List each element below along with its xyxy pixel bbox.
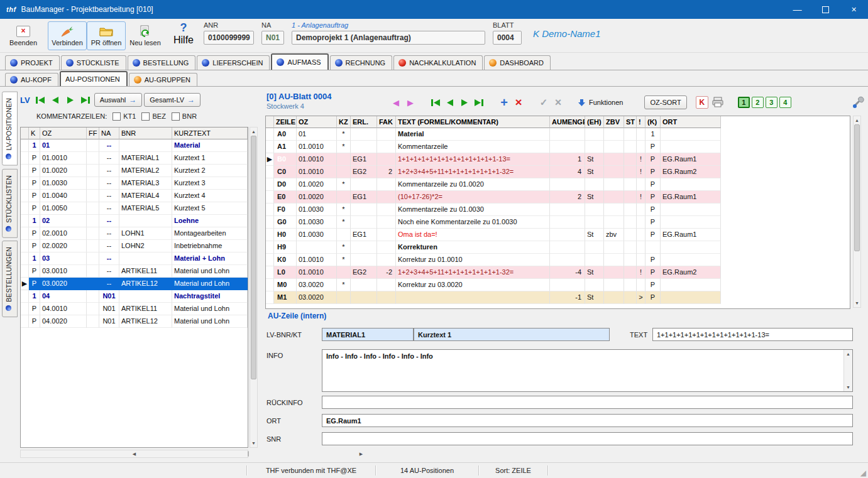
lv-table-row[interactable]: 104N01Nachtragstitel: [21, 290, 248, 303]
blatt-forward-button[interactable]: ▶: [405, 95, 416, 109]
au-table-row[interactable]: ▶B001.0010EG11+1+1+1+1+1+1+1+1+1+1+1+1-1…: [266, 153, 721, 166]
rueckinfo-field[interactable]: [322, 396, 853, 409]
au-table-row[interactable]: M103.0020-1St>P: [266, 291, 721, 304]
checkbox-bez[interactable]: BEZ: [141, 112, 165, 121]
oz-sort-button[interactable]: OZ-SORT: [644, 95, 686, 109]
scroll-thumb[interactable]: [248, 451, 249, 457]
na-field[interactable]: N01: [261, 31, 284, 45]
delete-row-button[interactable]: ×: [513, 95, 524, 109]
lv-table-row[interactable]: 103--Material + Lohn: [21, 253, 248, 265]
lv-table-row[interactable]: P02.0010--LOHN1Montagearbeiten: [21, 227, 248, 240]
page-button-2[interactable]: 2: [752, 97, 764, 108]
page-button-3[interactable]: 3: [766, 97, 777, 108]
au-table-row[interactable]: K001.0010*Korrektur zu 01.0010P: [266, 254, 721, 266]
tab-rechnung[interactable]: RECHNUNG: [330, 55, 393, 70]
tab-dashboard[interactable]: DASHBOARD: [484, 55, 551, 70]
lv-table-row[interactable]: P01.0050--MATERIAL5Kurztext 5: [21, 202, 248, 215]
tab-au-gruppen[interactable]: AU-GRUPPEN: [129, 73, 197, 86]
ort-field[interactable]: EG.Raum1: [322, 414, 853, 427]
page-button-4[interactable]: 4: [779, 97, 791, 108]
tab-bestellung[interactable]: BESTELLUNG: [128, 55, 196, 70]
projekt-field[interactable]: Demoprojekt 1 (Anlagenauftrag): [292, 31, 485, 45]
print-button[interactable]: [711, 95, 724, 109]
tab-projekt[interactable]: PROJEKT: [5, 55, 60, 70]
close-button[interactable]: ×: [840, 0, 868, 19]
lv-cell: P: [29, 315, 40, 328]
hilfe-button[interactable]: ? Hilfe: [173, 21, 194, 46]
au-vertical-scrollbar[interactable]: ▲ ▼: [853, 116, 861, 308]
neu-lesen-button[interactable]: Neu lesen: [126, 21, 165, 50]
au-table-row[interactable]: M003.0020*Korrektur zu 03.0020P: [266, 279, 721, 291]
funktionen-button[interactable]: Funktionen: [578, 95, 623, 109]
tab-aufmass[interactable]: AUFMASS: [271, 53, 328, 70]
lv-table-row[interactable]: P01.0040--MATERIAL4Kurztext 4: [21, 190, 248, 202]
side-tab-bestellungen[interactable]: BESTELLUNGEN: [2, 241, 18, 317]
lv-table-row[interactable]: ▶P03.0020--ARTIKEL12Material und Lohn: [21, 278, 248, 290]
lv-nav-next-button[interactable]: [64, 94, 77, 106]
checkbox-kt1[interactable]: KT1: [113, 112, 136, 121]
gesamt-lv-button[interactable]: Gesamt-LV→: [144, 93, 201, 107]
minimize-button[interactable]: —: [783, 0, 811, 19]
scroll-thumb[interactable]: [854, 124, 860, 251]
lv-table-row[interactable]: 102--Loehne: [21, 215, 248, 227]
row-prev-button[interactable]: [444, 95, 456, 109]
lv-bnr-field[interactable]: MATERIAL1: [322, 328, 414, 341]
au-table-row[interactable]: D001.0020*Kommentarzeile zu 01.0020P: [266, 178, 721, 191]
row-first-button[interactable]: [430, 95, 441, 109]
lv-table-row[interactable]: P01.0020--MATERIAL2Kurztext 2: [21, 165, 248, 177]
au-table-row[interactable]: E001.0020EG1(10+17-26)*2=2St!PEG.Raum1: [266, 191, 721, 204]
pr-oeffnen-button[interactable]: PR öffnen: [87, 21, 126, 50]
verbinden-button[interactable]: Verbinden: [48, 21, 87, 50]
row-last-button[interactable]: [473, 95, 485, 109]
checkbox-bnr[interactable]: BNR: [172, 112, 197, 121]
snr-field[interactable]: [322, 432, 853, 445]
tab-st-ckliste[interactable]: STÜCKLISTE: [61, 55, 126, 70]
lv-nav-prev-button[interactable]: [49, 94, 62, 106]
scroll-thumb[interactable]: [251, 136, 256, 379]
info-field[interactable]: Info - Info - Info - Info - Info - Info …: [322, 349, 853, 392]
lv-nav-first-button[interactable]: [34, 94, 47, 106]
au-table-row[interactable]: H9*Korrekturen: [266, 241, 721, 254]
discard-button[interactable]: ×: [552, 95, 564, 109]
resize-grip[interactable]: ◢: [860, 469, 866, 477]
lv-table-row[interactable]: P02.0020--LOHN2Inbetriebnahme: [21, 240, 248, 253]
lv-table-row[interactable]: P01.0030--MATERIAL3Kurztext 3: [21, 177, 248, 190]
add-row-button[interactable]: +: [498, 95, 510, 109]
kalkulation-button[interactable]: K: [696, 96, 708, 109]
au-table-row[interactable]: A101.0010*KommentarzeileP: [266, 141, 721, 153]
au-table-row[interactable]: F001.0030*Kommentarzeile zu 01.0030P: [266, 204, 721, 216]
lv-nav-last-button[interactable]: [79, 94, 92, 106]
row-next-button[interactable]: [459, 95, 470, 109]
info-scrollbar[interactable]: ▲ ▼: [843, 350, 852, 391]
anr-field[interactable]: 0100099999: [204, 31, 254, 45]
beenden-button[interactable]: × Beenden: [4, 21, 43, 50]
maximize-button[interactable]: [811, 0, 840, 19]
lv-table-row[interactable]: 101--Material: [21, 139, 248, 152]
au-table-row[interactable]: H001.0030EG1Oma ist da=!StzbvPEG.Raum1: [266, 229, 721, 241]
tab-au-kopf[interactable]: AU-KOPF: [5, 73, 58, 86]
confirm-button[interactable]: ✓: [538, 95, 549, 109]
lv-table-row[interactable]: P04.0020N01ARTIKEL12Material und Lohn: [21, 315, 248, 328]
lv-vertical-scrollbar[interactable]: ▲ ▼: [250, 127, 258, 448]
kurztext-field[interactable]: Kurztext 1: [414, 328, 610, 341]
lv-table-row[interactable]: P04.0010N01ARTIKEL11Material und Lohn: [21, 303, 248, 315]
au-cell: [351, 128, 377, 141]
tab-lieferschein[interactable]: LIEFERSCHEIN: [197, 55, 270, 70]
blatt-field[interactable]: 0004: [493, 31, 522, 45]
side-tab-st-cklisten[interactable]: STÜCKLISTEN: [2, 169, 18, 238]
au-table-row[interactable]: L001.0010EG2-21+2+3+4+5+11+1+1+1+1+1+1+1…: [266, 266, 721, 279]
lv-table-row[interactable]: P03.0010--ARTIKEL11Material und Lohn: [21, 265, 248, 278]
page-button-1[interactable]: 1: [738, 97, 750, 108]
tab-nachkalkulation[interactable]: NACHKALKULATION: [393, 55, 483, 70]
auswahl-button[interactable]: Auswahl→: [94, 93, 143, 107]
au-table-row[interactable]: A001*Material1: [266, 128, 721, 141]
blatt-back-button[interactable]: ◀: [390, 95, 402, 109]
au-table-row[interactable]: G001.0030*Noch eine Kommentarzeile zu 01…: [266, 216, 721, 229]
tab-au-positionen[interactable]: AU-POSITIONEN: [60, 71, 128, 86]
settings-tools-button[interactable]: [852, 95, 864, 109]
au-table-row[interactable]: C001.0010EG221+2+3+4+5+11+1+1+1+1+1+1+1-…: [266, 166, 721, 178]
side-tab-lv-positionen[interactable]: LV-POSITIONEN: [2, 92, 18, 166]
lv-table-row[interactable]: P01.0010--MATERIAL1Kurztext 1: [21, 152, 248, 165]
text-field[interactable]: 1+1+1+1+1+1+1+1+1+1+1+1+1-13=: [652, 328, 853, 341]
lv-horizontal-scrollbar[interactable]: ◀ ▶: [20, 450, 248, 458]
